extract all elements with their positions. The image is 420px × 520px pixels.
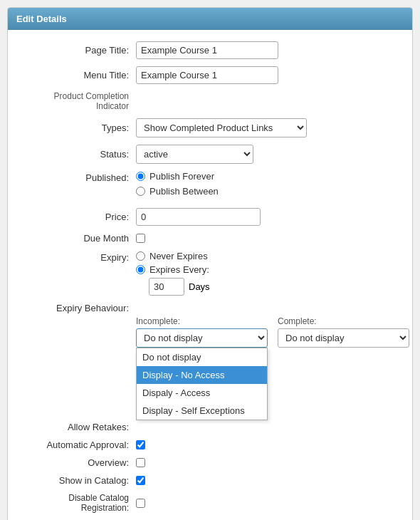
show-catalog-checkbox[interactable] [136,476,145,485]
days-label: Days [189,281,210,292]
page-title-row: Page Title: [22,41,398,59]
types-row: Types: Show Completed Product Links Opti… [22,118,398,137]
due-month-row: Due Month [22,233,398,244]
incomplete-label: Incomplete: [136,316,268,326]
show-catalog-label: Show in Catalog: [22,475,136,486]
price-label: Price: [22,212,136,222]
expiry-behaviour-section: Expiry Behaviour: Incomplete: Do not dis… [22,303,398,348]
panel-body: Page Title: Menu Title: Product Completi… [8,30,412,520]
expires-every-label: Expires Every: [149,264,209,275]
incomplete-dropdown-menu: Do not display Display - No Access Dispa… [136,348,268,420]
show-catalog-row: Show in Catalog: [22,475,398,486]
days-input[interactable] [149,278,184,296]
types-select[interactable]: Show Completed Product Links Option 2 [136,118,307,137]
complete-label: Complete: [278,316,409,326]
automatic-approval-checkbox[interactable] [136,440,145,449]
expiry-behaviour-row: Expiry Behaviour: [22,303,398,313]
complete-col: Complete: Do not display Display - No Ac… [278,316,409,348]
automatic-approval-label: Automatic Approval: [22,440,136,450]
never-expires-radio[interactable] [136,251,145,261]
panel-header: Edit Details [8,8,412,30]
dropdown-option-display-self-exceptions[interactable]: Display - Self Exceptions [137,402,267,420]
publish-forever-label: Publish Forever [149,171,214,182]
expiry-row: Expiry: Never Expires Expires Every: Day… [22,251,398,296]
incomplete-select[interactable]: Do not display Display - No Access Dispa… [136,328,268,348]
publish-between-radio[interactable] [136,187,145,196]
behaviour-cols: Incomplete: Do not display Display - No … [136,316,398,348]
status-select[interactable]: active inactive [136,145,253,164]
types-label: Types: [22,123,136,133]
due-month-checkbox[interactable] [136,234,145,243]
menu-title-input[interactable] [136,66,278,84]
overview-row: Overview: [22,457,398,468]
page-title-label: Page Title: [22,45,136,56]
expiry-behaviour-label: Expiry Behaviour: [22,303,136,313]
published-label: Published: [22,171,136,183]
status-row: Status: active inactive [22,145,398,164]
overview-label: Overview: [22,457,136,468]
price-input[interactable] [136,208,261,226]
days-row: Days [149,278,210,296]
dropdown-option-do-not-display[interactable]: Do not display [137,348,267,366]
incomplete-col: Incomplete: Do not display Display - No … [136,316,268,348]
allow-retakes-label: Allow Retakes: [22,422,136,432]
publish-between-label: Publish Between [149,186,219,197]
expires-every-radio[interactable] [136,265,145,274]
product-completion-row: Product Completion Indicator [22,91,398,111]
disable-catalog-checkbox[interactable] [136,499,145,508]
publish-forever-radio[interactable] [136,172,145,181]
price-row: Price: [22,208,398,226]
due-month-label: Due Month [22,233,136,244]
dropdown-option-display-no-access[interactable]: Display - No Access [137,366,267,384]
edit-details-panel: Edit Details Page Title: Menu Title: Pro… [7,7,413,520]
menu-title-row: Menu Title: [22,66,398,84]
dropdown-option-display-access[interactable]: Dispaly - Access [137,384,267,402]
panel-title: Edit Details [16,14,67,24]
menu-title-label: Menu Title: [22,70,136,80]
expires-every-row: Expires Every: [136,264,210,275]
product-completion-label: Product Completion Indicator [22,91,136,111]
incomplete-dropdown-wrapper: Do not display Display - No Access Dispa… [136,328,268,348]
published-row: Published: Publish Forever Publish Betwe… [22,171,398,204]
publish-forever-row: Publish Forever [136,171,219,182]
published-options: Publish Forever Publish Between [136,171,219,197]
allow-retakes-row: Allow Retakes: [22,422,398,432]
automatic-approval-row: Automatic Approval: [22,440,398,450]
expiry-options: Never Expires Expires Every: Days [136,251,210,296]
never-expires-label: Never Expires [149,251,208,261]
status-label: Status: [22,149,136,160]
disable-catalog-label: Disable Catalog Registration: [22,493,136,513]
publish-between-row: Publish Between [136,186,219,197]
page-title-input[interactable] [136,41,278,59]
overview-checkbox[interactable] [136,458,145,467]
expiry-label: Expiry: [22,251,136,263]
never-expires-row: Never Expires [136,251,210,261]
complete-select[interactable]: Do not display Display - No Access Dispa… [278,328,409,348]
disable-catalog-row: Disable Catalog Registration: [22,493,398,513]
